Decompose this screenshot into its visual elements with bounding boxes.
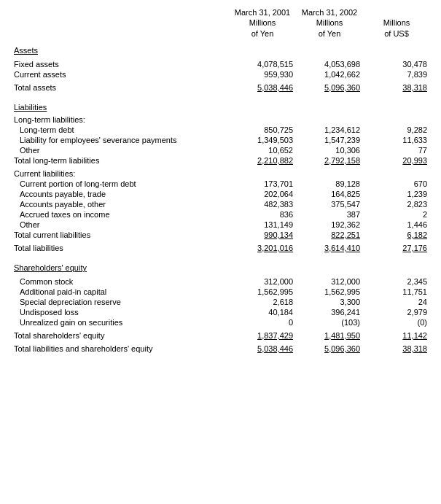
total-equity-row: Total shareholders' equity 1,837,429 1,4… (11, 330, 430, 341)
total-ct-v2: 822,251 (296, 230, 363, 240)
fixed-assets-v2: 4,053,698 (296, 59, 363, 69)
col1-sub1: Millions (249, 18, 276, 27)
special-depr-v3: 24 (363, 297, 430, 307)
total-liab-equity-v2: 5,096,360 (296, 344, 363, 354)
col1-title: March 31, 2001 (235, 8, 290, 17)
ap-trade-label: Accounts payable, trade (11, 189, 229, 199)
total-liab-equity-row: Total liabilities and shareholders' equi… (11, 344, 430, 354)
col2-title: March 31, 2002 (302, 8, 357, 17)
total-liabilities-v1: 3,201,016 (229, 243, 296, 253)
add-paid-in-label: Additional paid-in capital (11, 287, 229, 297)
special-depr-row: Special depreciation reserve 2,618 3,300… (11, 297, 430, 307)
total-assets-v1: 5,038,446 (229, 82, 296, 93)
total-assets-v2: 5,096,360 (296, 82, 363, 93)
ct-lt-debt-label: Current portion of long-term debt (11, 179, 229, 189)
common-stock-v1: 312,000 (229, 276, 296, 287)
total-lt-row: Total long-term liabilities 2,210,882 2,… (11, 155, 430, 166)
special-depr-v1: 2,618 (229, 297, 296, 307)
ap-other-v1: 482,383 (229, 199, 296, 209)
current-assets-v1: 959,930 (229, 69, 296, 80)
ap-other-v2: 375,547 (296, 199, 363, 209)
total-liabilities-v2: 3,614,410 (296, 243, 363, 253)
total-assets-v3: 38,318 (363, 82, 430, 93)
ct-liabilities-label: Current liabilities: (11, 168, 229, 179)
lt-debt-row: Long-term debt 850,725 1,234,612 9,282 (11, 125, 430, 135)
ct-lt-debt-v1: 173,701 (229, 179, 296, 189)
total-ct-v3: 6,182 (363, 230, 430, 240)
ap-other-row: Accounts payable, other 482,383 375,547 … (11, 199, 430, 209)
special-depr-v2: 3,300 (296, 297, 363, 307)
severance-label: Liability for employees' severance payme… (11, 135, 229, 145)
total-assets-row: Total assets 5,038,446 5,096,360 38,318 (11, 82, 430, 93)
lt-debt-v3: 9,282 (363, 125, 430, 135)
undisposed-v2: 396,241 (296, 307, 363, 317)
total-ct-row: Total current liabilities 990,134 822,25… (11, 230, 430, 240)
unrealized-v3: (0) (363, 317, 430, 327)
ct-liabilities-header-row: Current liabilities: (11, 168, 430, 179)
liabilities-label: Liabilities (11, 98, 229, 112)
accrued-taxes-label: Accrued taxes on income (11, 209, 229, 220)
other-lt-v3: 77 (363, 145, 430, 155)
accrued-taxes-v1: 836 (229, 209, 296, 220)
fixed-assets-v3: 30,478 (363, 59, 430, 69)
unrealized-label: Unrealized gain on securities (11, 317, 229, 327)
special-depr-label: Special depreciation reserve (11, 297, 229, 307)
other-ct-v1: 131,149 (229, 220, 296, 230)
col2-sub1: Millions (316, 18, 343, 27)
current-assets-v2: 1,042,662 (296, 69, 363, 80)
unrealized-v1: 0 (229, 317, 296, 327)
total-liabilities-row: Total liabilities 3,201,016 3,614,410 27… (11, 243, 430, 253)
total-equity-v2: 1,481,950 (296, 330, 363, 341)
equity-header-row: Shareholders' equity (11, 259, 430, 273)
fixed-assets-row: Fixed assets 4,078,515 4,053,698 30,478 (11, 59, 430, 69)
undisposed-label: Undisposed loss (11, 307, 229, 317)
liabilities-header-row: Liabilities (11, 98, 430, 112)
other-lt-v2: 10,306 (296, 145, 363, 155)
common-stock-row: Common stock 312,000 312,000 2,345 (11, 276, 430, 287)
ap-other-v3: 2,823 (363, 199, 430, 209)
severance-v3: 11,633 (363, 135, 430, 145)
common-stock-v3: 2,345 (363, 276, 430, 287)
add-paid-in-v1: 1,562,995 (229, 287, 296, 297)
unrealized-v2: (103) (296, 317, 363, 327)
ap-trade-v2: 164,825 (296, 189, 363, 199)
ap-trade-row: Accounts payable, trade 202,064 164,825 … (11, 189, 430, 199)
total-liab-equity-v1: 5,038,446 (229, 344, 296, 354)
total-liabilities-v3: 27,176 (363, 243, 430, 253)
current-assets-v3: 7,839 (363, 69, 430, 80)
ap-other-label: Accounts payable, other (11, 199, 229, 209)
col2-sub2: of Yen (319, 29, 341, 38)
ct-lt-debt-v3: 670 (363, 179, 430, 189)
total-ct-v1: 990,134 (229, 230, 296, 240)
accrued-taxes-row: Accrued taxes on income 836 387 2 (11, 209, 430, 220)
other-ct-v3: 1,446 (363, 220, 430, 230)
fixed-assets-label: Fixed assets (11, 59, 229, 69)
col2-header: March 31, 2002 Millions of Yen (296, 7, 363, 39)
other-ct-row: Other 131,149 192,362 1,446 (11, 220, 430, 230)
assets-label: Assets (11, 42, 229, 55)
undisposed-v1: 40,184 (229, 307, 296, 317)
equity-label: Shareholders' equity (11, 259, 229, 273)
total-liab-equity-v3: 38,318 (363, 344, 430, 354)
total-assets-label: Total assets (11, 82, 229, 93)
total-lt-v1: 2,210,882 (229, 155, 296, 166)
ap-trade-v3: 1,239 (363, 189, 430, 199)
total-equity-v1: 1,837,429 (229, 330, 296, 341)
assets-header-row: Assets (11, 42, 430, 55)
total-equity-v3: 11,142 (363, 330, 430, 341)
add-paid-in-v2: 1,562,995 (296, 287, 363, 297)
col3-header: Millions of US$ (363, 7, 430, 39)
lt-liabilities-label: Long-term liabilities: (11, 115, 229, 125)
other-ct-v2: 192,362 (296, 220, 363, 230)
col1-header: March 31, 2001 Millions of Yen (229, 7, 296, 39)
ct-lt-debt-row: Current portion of long-term debt 173,70… (11, 179, 430, 189)
total-ct-label: Total current liabilities (11, 230, 229, 240)
total-lt-v2: 2,792,158 (296, 155, 363, 166)
current-assets-label: Current assets (11, 69, 229, 80)
col3-sub2: of US$ (384, 29, 409, 38)
other-lt-label: Other (11, 145, 229, 155)
lt-debt-label: Long-term debt (11, 125, 229, 135)
add-paid-in-row: Additional paid-in capital 1,562,995 1,5… (11, 287, 430, 297)
undisposed-v3: 2,979 (363, 307, 430, 317)
total-lt-v3: 20,993 (363, 155, 430, 166)
